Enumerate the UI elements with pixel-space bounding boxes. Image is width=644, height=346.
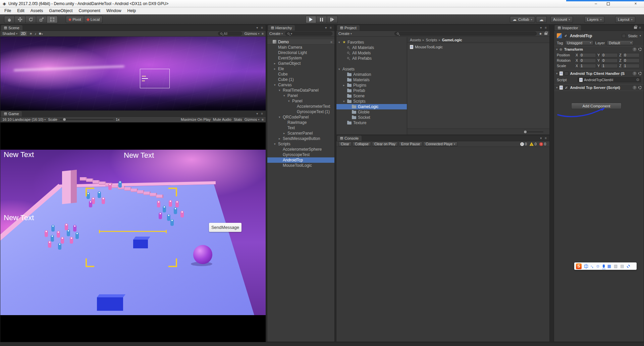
game-menu-icon[interactable]: ≡ bbox=[262, 118, 264, 121]
foldout-arrow[interactable]: ▾ bbox=[338, 67, 340, 71]
menu-component[interactable]: Component bbox=[75, 7, 103, 14]
component-enabled-checkbox[interactable] bbox=[565, 71, 569, 76]
project-folder-socket[interactable]: Socket bbox=[336, 115, 407, 120]
hierarchy-item-cube[interactable]: Cube bbox=[267, 71, 334, 77]
hierarchy-item-scannerpanel[interactable]: ▸ScannerPanel bbox=[267, 131, 334, 136]
ime-chinese-mode-icon[interactable] bbox=[584, 265, 588, 268]
foldout-arrow[interactable]: ▸ bbox=[274, 62, 276, 65]
transform-component-header[interactable]: ▾ ⊕ Transform ? bbox=[554, 46, 644, 52]
foldout-arrow[interactable]: ▾ bbox=[279, 115, 280, 119]
layout-dropdown[interactable]: Layout▾ bbox=[615, 16, 635, 23]
help-icon[interactable]: ? bbox=[633, 47, 637, 51]
2d-toggle[interactable]: 2D bbox=[20, 31, 27, 36]
hierarchy-item-gyroscopetest[interactable]: GyroscopeTest bbox=[267, 152, 334, 157]
project-folder-texture[interactable]: Texture bbox=[336, 120, 407, 126]
ime-mic-icon[interactable] bbox=[603, 264, 605, 268]
play-button[interactable] bbox=[306, 16, 316, 23]
hierarchy-item-panel[interactable]: ▾Panel bbox=[267, 98, 334, 104]
tab-project[interactable]: Project bbox=[337, 25, 360, 31]
tab-console[interactable]: Console bbox=[337, 136, 362, 141]
project-folder-gamelogic[interactable]: GameLogic bbox=[336, 104, 407, 109]
project-folder-all-materials[interactable]: All Materials bbox=[336, 45, 407, 50]
gear-icon[interactable] bbox=[638, 86, 642, 89]
ime-punctuation-icon[interactable]: ·, bbox=[591, 264, 593, 268]
project-folder-all-prefabs[interactable]: All Prefabs bbox=[336, 56, 407, 61]
minimize-button[interactable]: – bbox=[590, 0, 602, 7]
account-dropdown[interactable]: Account▾ bbox=[550, 16, 573, 23]
hierarchy-item-text[interactable]: Text bbox=[267, 125, 334, 131]
mute-audio-toggle[interactable]: Mute Audio bbox=[213, 117, 231, 121]
hierarchy-create-dropdown[interactable]: Create▾ bbox=[269, 32, 283, 36]
hierarchy-item-main-camera[interactable]: Main Camera bbox=[267, 45, 334, 50]
pause-button[interactable] bbox=[316, 16, 327, 23]
scene-effects-icon[interactable]: ✱▾ bbox=[39, 32, 43, 36]
close-button[interactable]: × bbox=[627, 0, 644, 7]
position-x-field[interactable]: 0 bbox=[579, 53, 596, 57]
panel-menu-icon[interactable]: ≡ bbox=[639, 26, 642, 30]
hierarchy-item-gyroscopetext-1[interactable]: GyroscopeText (1) bbox=[267, 109, 334, 114]
gear-icon[interactable] bbox=[638, 72, 642, 75]
foldout-arrow[interactable]: ▾ bbox=[288, 99, 290, 103]
scene-gizmos-dropdown[interactable]: Gizmos▾ bbox=[245, 32, 259, 36]
hierarchy-item-accelerometersphere[interactable]: AccelerometerSphere bbox=[267, 147, 334, 152]
hierarchy-item-androidtcp[interactable]: AndroidTcp bbox=[267, 157, 334, 163]
hierarchy-item-panel[interactable]: ▾Panel bbox=[267, 93, 334, 98]
send-message-button[interactable]: SendMessage bbox=[209, 223, 241, 232]
foldout-arrow[interactable]: ▸ bbox=[279, 137, 280, 140]
static-checkbox[interactable] bbox=[622, 34, 626, 38]
project-files-pane[interactable]: Assets▸Scripts▸GameLogic MouseToolLogic bbox=[407, 37, 549, 129]
hierarchy-item-scripts[interactable]: ▾Scripts bbox=[267, 141, 334, 147]
scene-viewport[interactable] bbox=[0, 37, 266, 111]
aspect-dropdown[interactable]: 16:10 Landscape (16:10)▾ bbox=[2, 117, 46, 121]
menu-window[interactable]: Window bbox=[103, 7, 124, 14]
asset-labels-icon[interactable]: ★ bbox=[539, 32, 542, 36]
gear-icon[interactable] bbox=[638, 48, 642, 51]
rotation-x-field[interactable]: 0 bbox=[579, 58, 596, 63]
hierarchy-item-sendmessagebutton[interactable]: ▸SendMessageButton bbox=[267, 136, 334, 141]
scale-y-field[interactable]: 1 bbox=[601, 64, 618, 68]
foldout-arrow[interactable]: ▾ bbox=[556, 72, 558, 75]
project-folder-animation[interactable]: Animation bbox=[336, 72, 407, 77]
script-object-field[interactable]: AndroidTcpClientH ⊙ bbox=[578, 77, 641, 82]
scene-audio-icon[interactable]: ♪ bbox=[35, 32, 36, 36]
project-folder-assets[interactable]: ▾Assets bbox=[336, 66, 407, 72]
hierarchy-search-input[interactable]: ▾ bbox=[285, 32, 332, 36]
ime-keyboard-icon[interactable]: ▦ bbox=[607, 264, 611, 268]
panel-menu-icons[interactable]: ▾ ≡ bbox=[256, 26, 264, 30]
ime-emoji-icon[interactable]: ☺ bbox=[596, 264, 600, 268]
foldout-arrow[interactable]: ▾ bbox=[283, 94, 285, 97]
console-connected-playe-button[interactable]: Connected Playe▾ bbox=[423, 142, 458, 146]
rect-tool-button[interactable] bbox=[47, 16, 58, 23]
scale-tool-button[interactable] bbox=[36, 16, 47, 23]
foldout-arrow[interactable]: ▾ bbox=[556, 86, 558, 89]
hierarchy-item-directional-light[interactable]: Directional Light bbox=[267, 50, 334, 55]
step-button[interactable] bbox=[327, 16, 338, 23]
layer-dropdown[interactable]: Default▾ bbox=[607, 40, 634, 45]
foldout-arrow[interactable]: ▾ bbox=[274, 83, 276, 87]
thumbnail-slider-knob[interactable] bbox=[524, 131, 527, 133]
move-tool-button[interactable] bbox=[15, 16, 25, 23]
rotation-y-field[interactable]: 0 bbox=[601, 58, 618, 63]
tag-dropdown[interactable]: Untagged▾ bbox=[565, 40, 593, 45]
scene-menu-icon[interactable]: ≡ bbox=[262, 32, 264, 36]
position-z-field[interactable]: 0 bbox=[623, 53, 640, 57]
rotation-z-field[interactable]: 0 bbox=[623, 58, 640, 63]
hierarchy-item-gameobject[interactable]: ▸GameObject bbox=[267, 61, 334, 66]
project-create-dropdown[interactable]: Create▾ bbox=[338, 32, 352, 36]
panel-menu-icons[interactable]: ▾ ≡ bbox=[325, 26, 333, 30]
scale-x-field[interactable]: 1 bbox=[579, 64, 596, 68]
static-dropdown-icon[interactable]: ▾ bbox=[640, 34, 641, 37]
menu-assets[interactable]: Assets bbox=[28, 7, 46, 14]
foldout-arrow[interactable]: ▾ bbox=[279, 89, 280, 92]
foldout-arrow[interactable]: ▾ bbox=[556, 48, 558, 51]
game-gizmos-dropdown[interactable]: Gizmos▾ bbox=[245, 117, 259, 121]
console-clear-button[interactable]: Clear bbox=[338, 142, 352, 146]
maximize-on-play-toggle[interactable]: Maximize On Play bbox=[181, 117, 211, 121]
hierarchy-item-mousetoollogic[interactable]: MouseToolLogic bbox=[267, 163, 334, 168]
sogou-logo-icon[interactable]: S bbox=[576, 263, 582, 269]
object-picker-icon[interactable]: ⊙ bbox=[636, 78, 639, 82]
lock-icon[interactable] bbox=[544, 33, 547, 35]
local-toggle-button[interactable]: Local bbox=[84, 16, 103, 23]
foldout-arrow[interactable]: ▾ bbox=[274, 142, 276, 146]
menu-gameobject[interactable]: GameObject bbox=[46, 7, 75, 14]
